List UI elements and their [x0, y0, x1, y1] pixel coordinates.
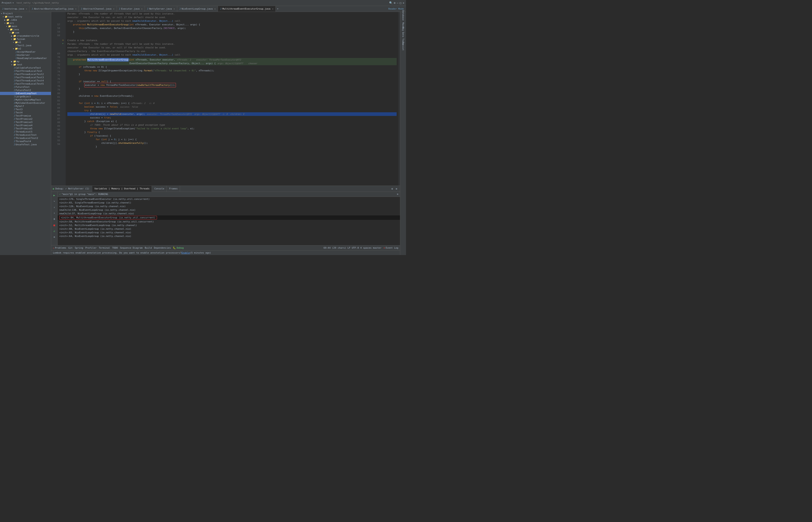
step-into-button[interactable]: ↓ [52, 204, 57, 210]
sidebar-item-com[interactable]: ▾ 📁 com [0, 31, 51, 34]
stack-frame-4[interactable]: newChild:37, NioEventLoopGroup (io.netty… [58, 212, 400, 215]
step-over-button[interactable]: ↷ [52, 199, 57, 204]
sidebar-item-project[interactable]: ▾ Project [0, 12, 51, 15]
tab-executor[interactable]: J Executor.java ✕ [117, 6, 145, 12]
sidebar-item-threadlocal5[interactable]: J ThreadLocal5 [0, 130, 51, 133]
tab-close-multithreadeventexecutorgroup[interactable]: ✕ [272, 8, 273, 10]
sidebar-item-threadlocaltest2[interactable]: J ThreadLocalTest2 [0, 137, 51, 140]
problems-button[interactable]: ⚠ Problems [53, 246, 66, 249]
sidebar-item-aioserver[interactable]: J AioServer [0, 54, 51, 57]
todo-button[interactable]: TODO [112, 246, 118, 249]
sidebar-item-fastthreadlocaltest2[interactable]: J FastThreadLocalTest2 [0, 73, 51, 76]
settings-btn[interactable]: ⚙ [52, 234, 57, 240]
jassist-panel-button[interactable]: Jassist [401, 43, 406, 48]
resume-button[interactable]: ▶ [52, 193, 57, 198]
tab-multithreadeventexecutorgroup[interactable]: J MultithreadEventExecutorGroup.java ✕ [218, 6, 276, 12]
tab-close-bootstrap[interactable]: ✕ [26, 8, 27, 10]
settings-icon[interactable]: ⚙ [394, 1, 395, 4]
tab-close-executor[interactable]: ✕ [141, 8, 142, 10]
sidebar-item-futuretest[interactable]: J FutureTest [0, 85, 51, 88]
close-icon[interactable]: ✕ [403, 1, 404, 4]
sidebar-item-main[interactable]: ▾ 📁 main [0, 25, 51, 28]
sidebar-item-fastthreadlocaltest[interactable]: J FastThreadLocalTest [0, 69, 51, 73]
sidebar-item-idea[interactable]: ▶ 📁 .idea [0, 18, 51, 21]
stack-frame-9[interactable]: <init>:83, NioEventLoopGroup (io.netty.c… [58, 231, 400, 234]
sidebar-item-testpromise5[interactable]: J TestPromise5 [0, 127, 51, 130]
database-panel-button[interactable]: Database [401, 13, 406, 18]
bigdata-panel-button[interactable]: Big Data Tools [401, 33, 406, 38]
sidebar-item-crazymakercircle[interactable]: ▶ 📁 crazymakercircle [0, 34, 51, 38]
profiler-button[interactable]: Profiler [85, 246, 97, 249]
tab-close-abstractbootstrap[interactable]: ✕ [75, 8, 76, 10]
debug-tab-console[interactable]: Console [152, 186, 167, 192]
tab-bootstrap[interactable]: J bootstrap.java ✕ [0, 6, 30, 12]
sidebar-item-my[interactable]: ▶ 📁 my [0, 60, 51, 63]
stack-frame-2[interactable]: <init>:126, NioEventLoop (io.netty.chann… [58, 204, 400, 208]
event-log-button[interactable]: ✕ Event Log [384, 246, 398, 249]
reader-mode-button[interactable]: Reader Mode [386, 7, 406, 10]
debug-tab-frames[interactable]: Frames [167, 186, 180, 192]
debug-button[interactable]: 🐛 Debug [173, 246, 183, 249]
code-editor[interactable]: 57 58 59 60 69 70 71 72 73 74 75 76 77 7… [51, 12, 400, 185]
stack-frame-6[interactable]: <init>:58, MultithreadEventExecutorGroup… [58, 220, 400, 223]
tab-nioeventloopgroup[interactable]: J NioEventLoopGroup.java ✕ [177, 6, 218, 12]
tab-nettyserver[interactable]: J NettyServer.java ✕ [145, 6, 177, 12]
sidebar-item-unsafetest[interactable]: J UnsafeTest.java [0, 143, 51, 146]
sidebar-item-testpromise2[interactable]: J TestPromise2 [0, 117, 51, 121]
sidebar-item-e2[interactable]: ▾ 📁 e2 [0, 47, 51, 50]
sidebar-item-testpromise4[interactable]: J TestPromise4 [0, 124, 51, 127]
debug-filter-icon[interactable]: ≡ [394, 187, 398, 191]
sidebar-item-threadlocaltest[interactable]: J ThreadLocalTest [0, 133, 51, 137]
pause-button[interactable]: ⏸ [52, 217, 57, 222]
tab-abstractchannel[interactable]: J AbstractChannel.java ✕ [79, 6, 117, 12]
sidebar-item-testnetty[interactable]: ▾ 📁 test_netty [0, 15, 51, 18]
sidebar-item-myglobaleventexecutor[interactable]: J MyGlobalEventExecutor [0, 101, 51, 105]
enable-link[interactable]: Enable [181, 252, 190, 254]
spring-button[interactable]: Spring [75, 246, 83, 249]
sidebar-item-accepthandler[interactable]: J AcceptHandler [0, 50, 51, 54]
stack-frame-3[interactable]: newChild:138, NioEventLoopGroup (io.nett… [58, 208, 400, 212]
sequence-diagram-button[interactable]: Sequence Diagram [120, 246, 143, 249]
sidebar-item-myself[interactable]: J MySelf [0, 105, 51, 108]
sidebar-item-fujian[interactable]: ▾ 📁 fujian [0, 38, 51, 41]
sidebar-item-test4[interactable]: J Test4 [0, 111, 51, 114]
sidebar-item-test1[interactable]: J Test1.java [0, 44, 51, 47]
tab-close-abstractchannel[interactable]: ✕ [113, 8, 115, 10]
sidebar-item-myattributemaptest[interactable]: J MyAttributeMapTest [0, 98, 51, 101]
sidebar-item-testpromise[interactable]: J TestPromise [0, 114, 51, 117]
tab-close-nettyserver[interactable]: ✕ [174, 8, 175, 10]
sidebar-item-fastthreadlocaltest4[interactable]: J FastThreadLocalTest4 [0, 79, 51, 82]
sidebar-item-src[interactable]: ▾ 📁 src [0, 21, 51, 25]
sidebar-item-largeobject[interactable]: J LargeObject [0, 95, 51, 98]
git-button[interactable]: Git [69, 246, 73, 249]
project-label[interactable]: Project [2, 1, 12, 4]
sidebar-item-threadtest4[interactable]: J ThreadTest4 [0, 140, 51, 143]
sidebar-item-java[interactable]: ▾ 📁 java [0, 28, 51, 31]
build-button[interactable]: Build [145, 246, 152, 249]
sidebar-item-fastthreadlocaltest5[interactable]: J FastThreadLocalTest5 [0, 82, 51, 85]
filter-btn[interactable]: ≡ [397, 193, 398, 196]
search-icon[interactable]: 🔍 [389, 1, 392, 4]
stop-button[interactable]: ■ [52, 222, 57, 227]
stack-frame-0[interactable]: <init>:176, SingleThreadEventExecutor (i… [58, 197, 400, 201]
sidebar-item-testpromise3[interactable]: J TestPromise3 [0, 121, 51, 124]
sidebar-item-readcompletionhandler[interactable]: J ReadCompletionHandler [0, 57, 51, 60]
stack-frame-10[interactable]: <init>:64, NioEventLoopGroup (io.netty.c… [58, 234, 400, 238]
sidebar-item-test-folder[interactable]: ▾ 📁 test [0, 63, 51, 66]
minimize-icon[interactable]: — [397, 1, 399, 4]
sidebar-item-futuretest2[interactable]: J FutureTest2 [0, 88, 51, 92]
sidebar-item-fastthreadlocaltest3[interactable]: J FastThreadLocalTest3 [0, 76, 51, 79]
sidebar-item-e1[interactable]: ▾ 📁 e1 [0, 41, 51, 44]
stack-frame-1[interactable]: <init>:65, SingleThreadEventLoop (io.net… [58, 201, 400, 204]
sidebar-item-callablefuturetest[interactable]: J CallableFutureTest [0, 66, 51, 69]
sidebar-item-test3[interactable]: J Test3 [0, 108, 51, 111]
debug-settings-icon[interactable]: ⚙ [390, 187, 394, 191]
rerun-button[interactable]: ↺ [52, 228, 57, 234]
maximize-icon[interactable]: □ [400, 1, 401, 4]
step-out-button[interactable]: ↑ [52, 210, 57, 216]
debug-tab-variables[interactable]: Variables | Memory | Overhead | Threads [92, 186, 152, 192]
tab-more[interactable]: ▾ [276, 7, 280, 10]
terminal-button[interactable]: Terminal [99, 246, 110, 249]
stack-frame-7[interactable]: <init>:52, MultithreadEventLoopGroup (io… [58, 223, 400, 227]
stack-frame-5[interactable]: <init>:84, MultithreadEventExecutorGroup… [58, 215, 400, 220]
